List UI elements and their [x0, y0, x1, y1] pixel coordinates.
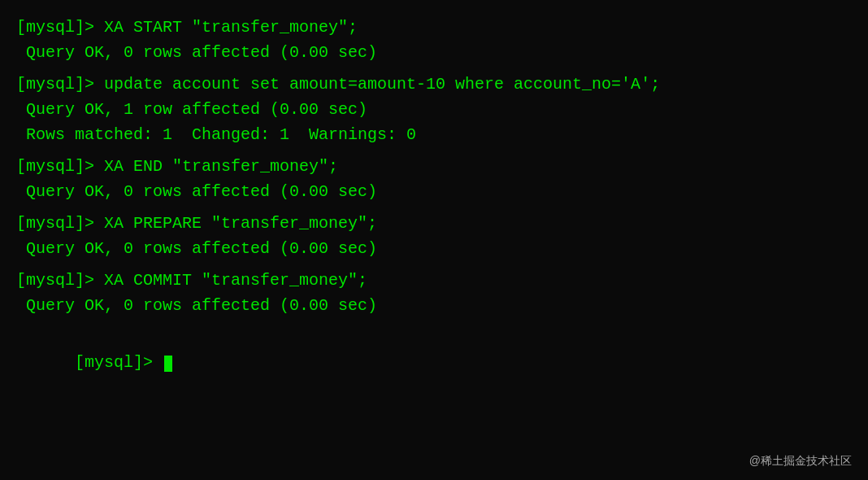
- block-prompt: [mysql]>: [16, 325, 852, 400]
- result-xa-commit: Query OK, 0 rows affected (0.00 sec): [16, 293, 852, 318]
- watermark: @稀土掘金技术社区: [749, 454, 852, 469]
- block-xa-prepare: [mysql]> XA PREPARE "transfer_money"; Qu…: [16, 211, 852, 261]
- prompt-text: [mysql]>: [75, 353, 163, 372]
- terminal-prompt[interactable]: [mysql]>: [16, 325, 852, 400]
- result-xa-end: Query OK, 0 rows affected (0.00 sec): [16, 179, 852, 204]
- command-xa-commit: [mysql]> XA COMMIT "transfer_money";: [16, 268, 852, 293]
- result-update-2: Rows matched: 1 Changed: 1 Warnings: 0: [16, 122, 852, 147]
- block-update: [mysql]> update account set amount=amoun…: [16, 72, 852, 147]
- result-update-1: Query OK, 1 row affected (0.00 sec): [16, 97, 852, 122]
- block-xa-end: [mysql]> XA END "transfer_money"; Query …: [16, 154, 852, 204]
- block-xa-commit: [mysql]> XA COMMIT "transfer_money"; Que…: [16, 268, 852, 318]
- block-xa-start: [mysql]> XA START "transfer_money"; Quer…: [16, 15, 852, 65]
- cursor: [164, 356, 172, 372]
- result-xa-prepare: Query OK, 0 rows affected (0.00 sec): [16, 236, 852, 261]
- result-xa-start: Query OK, 0 rows affected (0.00 sec): [16, 40, 852, 65]
- command-xa-end: [mysql]> XA END "transfer_money";: [16, 154, 852, 179]
- command-xa-prepare: [mysql]> XA PREPARE "transfer_money";: [16, 211, 852, 236]
- command-update: [mysql]> update account set amount=amoun…: [16, 72, 852, 97]
- command-xa-start: [mysql]> XA START "transfer_money";: [16, 15, 852, 40]
- terminal-window: [mysql]> XA START "transfer_money"; Quer…: [0, 0, 868, 480]
